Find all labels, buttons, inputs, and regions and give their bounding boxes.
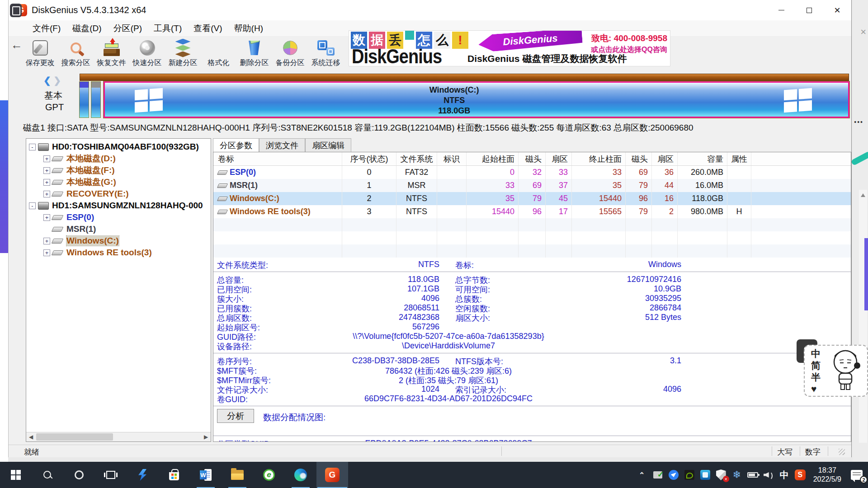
tree-item-hd0[interactable]: - HD0:TOSHIBAMQ04ABF100(932GB) bbox=[26, 141, 211, 153]
defender-shield-icon[interactable]: × bbox=[716, 469, 726, 480]
expand-toggle-icon[interactable]: + bbox=[43, 214, 50, 221]
tab-browse-files[interactable]: 浏览文件 bbox=[259, 138, 305, 152]
expand-toggle-icon[interactable]: + bbox=[43, 191, 50, 197]
tab-sector-edit[interactable]: 扇区编辑 bbox=[305, 138, 351, 152]
edge-button[interactable] bbox=[285, 462, 316, 488]
format-button[interactable]: 格式化 bbox=[201, 37, 236, 72]
ime-char: 半 bbox=[811, 372, 821, 383]
sogou-icon[interactable]: S bbox=[795, 469, 806, 480]
tree-item-local-d[interactable]: + 本地磁盘(D:) bbox=[26, 153, 211, 164]
taskbar-clock[interactable]: 18:37 2022/5/9 bbox=[813, 466, 841, 484]
expand-toggle-icon[interactable]: + bbox=[43, 167, 50, 174]
menu-partition[interactable]: 分区(P) bbox=[108, 21, 148, 36]
analyze-button[interactable]: 分析 bbox=[217, 409, 254, 423]
expand-toggle-icon[interactable]: + bbox=[43, 155, 50, 162]
partition-bar-windows-c[interactable]: Windows(C:) NTFS 118.0GB bbox=[104, 81, 849, 118]
titlebar[interactable]: G DiskGenius V5.4.3.1342 x64 ✕ bbox=[9, 0, 851, 20]
tree-item-esp[interactable]: + ESP(0) bbox=[26, 211, 211, 223]
tree-item-windows-re[interactable]: + Windows RE tools(3) bbox=[26, 247, 211, 258]
tree-item-hd1[interactable]: - HD1:SAMSUNGMZNLN128HAHQ-000 bbox=[26, 200, 211, 211]
battery-icon[interactable] bbox=[747, 469, 758, 480]
tree-item-local-g[interactable]: + 本地磁盘(G:) bbox=[26, 176, 211, 188]
start-button[interactable] bbox=[0, 462, 32, 488]
partition-bar-esp[interactable] bbox=[79, 81, 89, 118]
next-disk-icon[interactable]: ❯ bbox=[53, 75, 61, 85]
background-more-icon[interactable]: ••• bbox=[854, 118, 863, 126]
collapse-toggle-icon[interactable]: - bbox=[29, 144, 36, 150]
system-tray: ⌃ × ❄ 中 S 18:37 2022/5/9 2 bbox=[637, 462, 868, 488]
minimize-button[interactable] bbox=[767, 0, 795, 20]
menu-tools[interactable]: 工具(T) bbox=[148, 21, 188, 36]
diskgenius-taskbar-button[interactable]: G bbox=[316, 462, 348, 488]
quick-partition-button[interactable]: 快速分区 bbox=[129, 37, 165, 72]
cortana-button[interactable] bbox=[63, 462, 95, 488]
new-partition-button[interactable]: 新建分区 bbox=[165, 37, 201, 72]
menu-file[interactable]: 文件(F) bbox=[27, 21, 66, 36]
windows-logo-icon bbox=[135, 88, 163, 113]
action-center-button[interactable]: 2 bbox=[849, 469, 864, 480]
table-row-esp[interactable]: ESP(0) 0 FAT32 0 32 33 33 69 36 260.0MB bbox=[213, 166, 851, 179]
intel-graphics-icon[interactable] bbox=[700, 469, 711, 480]
tree-item-local-f[interactable]: + 本地磁盘(F:) bbox=[26, 164, 211, 176]
backup-partition-button[interactable]: 备份分区 bbox=[272, 37, 308, 72]
scroll-left-icon[interactable]: ◀ bbox=[26, 432, 36, 441]
taskbar-search-button[interactable] bbox=[32, 462, 63, 488]
expand-toggle-icon[interactable]: + bbox=[43, 249, 50, 256]
collapse-toggle-icon[interactable]: - bbox=[29, 202, 36, 209]
banner-qq-link[interactable]: 或点击此处选择QQ咨询 bbox=[591, 45, 667, 55]
diskgenius-window: G DiskGenius V5.4.3.1342 x64 ✕ 文件(F) 磁盘(… bbox=[8, 0, 852, 457]
close-button[interactable]: ✕ bbox=[823, 0, 851, 20]
task-view-button[interactable] bbox=[95, 462, 127, 488]
delete-partition-button[interactable]: 删除分区 bbox=[236, 37, 272, 72]
search-partition-icon bbox=[71, 42, 81, 53]
resize-grip[interactable] bbox=[839, 449, 845, 455]
snowflake-icon[interactable]: ❄ bbox=[731, 469, 742, 480]
volume-icon[interactable] bbox=[763, 469, 774, 480]
table-row-windows-c[interactable]: Windows(C:) 2 NTFS 35 79 45 15440 96 16 … bbox=[213, 192, 851, 205]
tree-item-windows-c[interactable]: + Windows(C:) bbox=[26, 235, 211, 247]
scrollbar-thumb[interactable] bbox=[36, 433, 113, 441]
ime-indicator[interactable]: 中 bbox=[779, 469, 790, 480]
expand-toggle-icon[interactable]: + bbox=[43, 238, 50, 244]
flash-app-button[interactable] bbox=[127, 462, 158, 488]
partition-bar-msr[interactable] bbox=[91, 81, 101, 118]
recover-files-button[interactable]: 恢复文件 bbox=[94, 37, 129, 72]
microsoft-store-button[interactable] bbox=[158, 462, 190, 488]
cortana-icon bbox=[75, 470, 84, 479]
background-close-icon[interactable]: × bbox=[860, 26, 866, 38]
expand-toggle-icon[interactable]: + bbox=[43, 179, 50, 186]
divider bbox=[213, 353, 851, 353]
windows-start-icon bbox=[11, 470, 21, 480]
update-check-icon[interactable] bbox=[652, 469, 663, 480]
browser-back-icon[interactable]: ← bbox=[11, 38, 23, 52]
table-row-msr[interactable]: MSR(1) 1 MSR 33 69 37 35 79 44 16.0MB bbox=[213, 179, 851, 192]
tree-item-msr[interactable]: MSR(1) bbox=[26, 223, 211, 235]
tray-expand-button[interactable]: ⌃ bbox=[637, 469, 647, 480]
partition-icon bbox=[52, 192, 64, 197]
background-scroll-up-icon[interactable] bbox=[861, 193, 865, 197]
tree-horizontal-scrollbar[interactable]: ◀ ▶ bbox=[26, 432, 211, 441]
menu-disk[interactable]: 磁盘(D) bbox=[66, 21, 107, 36]
scroll-right-icon[interactable]: ▶ bbox=[201, 432, 211, 441]
ime-status-widget[interactable]: 中 简 半 ♥ bbox=[804, 345, 868, 397]
search-partition-button[interactable]: 搜索分区 bbox=[58, 37, 94, 72]
promo-banner[interactable]: 数 据 丢 怎 么 ! DiskGenius DiskGenius DiskGe… bbox=[349, 30, 670, 66]
menu-help[interactable]: 帮助(H) bbox=[228, 21, 269, 36]
menu-view[interactable]: 查看(V) bbox=[188, 21, 228, 36]
ime-heart-icon: ♥ bbox=[811, 384, 821, 394]
browser-360-button[interactable]: e bbox=[253, 462, 285, 488]
disk-capacity-strip[interactable] bbox=[80, 74, 849, 81]
table-row-windows-re[interactable]: Windows RE tools(3) 3 NTFS 15440 96 17 1… bbox=[213, 205, 851, 218]
word-button[interactable]: W bbox=[190, 462, 222, 488]
tree-item-recovery-e[interactable]: + RECOVERY(E:) bbox=[26, 188, 211, 200]
maximize-button[interactable] bbox=[795, 0, 823, 20]
tab-partition-parameters[interactable]: 分区参数 bbox=[213, 138, 259, 152]
file-explorer-button[interactable] bbox=[222, 462, 253, 488]
dingtalk-icon[interactable] bbox=[668, 469, 679, 480]
system-migration-button[interactable]: 系统迁移 bbox=[308, 37, 344, 72]
nvidia-icon[interactable] bbox=[684, 469, 695, 480]
prev-disk-icon[interactable]: ❮ bbox=[43, 75, 51, 85]
background-scrollbar[interactable] bbox=[859, 190, 867, 443]
save-changes-button[interactable]: 保存更改 bbox=[22, 37, 58, 72]
notification-badge: 2 bbox=[860, 476, 868, 483]
